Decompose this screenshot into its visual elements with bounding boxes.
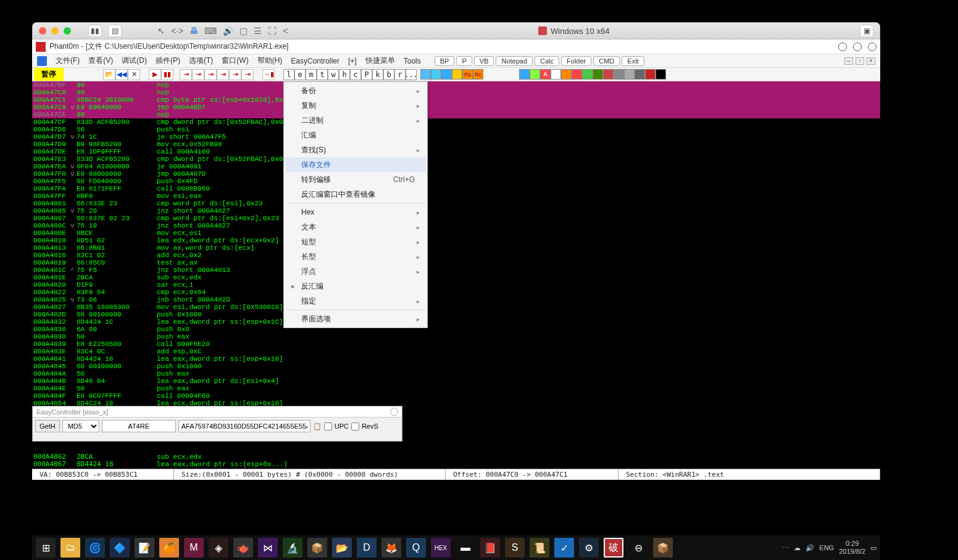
toolbar-letter-k[interactable]: k bbox=[372, 69, 383, 80]
tray-clock[interactable]: 0:29 2019/8/2 bbox=[839, 540, 865, 556]
tray-more-icon[interactable]: ⋯ bbox=[782, 544, 789, 552]
taskbar-app-icon[interactable]: Q bbox=[406, 538, 426, 558]
disasm-row[interactable]: 000A47C1 80BC24 2010000cmp byte ptr ss:[… bbox=[32, 96, 880, 104]
list-icon[interactable]: ☰ bbox=[254, 26, 262, 36]
context-menu-item[interactable]: 文本▸ bbox=[285, 220, 426, 234]
tray-lang[interactable]: ENG bbox=[819, 544, 834, 551]
menu-plugin[interactable]: 插件(P) bbox=[156, 56, 180, 66]
tb-step-icon[interactable]: ⇥ bbox=[192, 69, 204, 80]
disasm-row[interactable]: 000A484F E8 0C07FFFFcall 00094F60 bbox=[32, 392, 880, 400]
revs-checkbox[interactable] bbox=[351, 422, 359, 430]
tb-plugin-icon[interactable]: A bbox=[540, 69, 551, 80]
disasm-row[interactable]: 000A4819 66:85C0test ax,ax bbox=[32, 259, 880, 266]
disasm-row[interactable]: 000A4838 50push eax bbox=[32, 333, 880, 340]
disasm-row[interactable]: 000A4841 8D4424 18lea eax,dword ptr ss:[… bbox=[32, 355, 880, 363]
tb-color-icon[interactable] bbox=[452, 69, 462, 80]
disasm-row[interactable]: 000A47F5 68 FD040000push 0x4FD bbox=[32, 178, 880, 185]
camera-icon[interactable]: ▢ bbox=[240, 26, 248, 36]
disasm-row[interactable]: 000A4805v75 20jnz short 000A4827 bbox=[32, 207, 880, 215]
tb-color-icon[interactable] bbox=[420, 69, 431, 80]
taskbar-app-icon[interactable]: 📜 bbox=[530, 538, 549, 558]
toolbar-letter-t[interactable]: t bbox=[317, 69, 328, 80]
context-menu-item[interactable]: 查找(S)▸ bbox=[285, 142, 426, 157]
disasm-row[interactable]: 000A484E 50push eax bbox=[32, 385, 880, 392]
taskbar-app-icon[interactable]: 📕 bbox=[480, 538, 500, 558]
close-icon[interactable] bbox=[390, 408, 398, 416]
tb-restart-icon[interactable]: ◀◀ bbox=[115, 69, 128, 80]
mdi-close[interactable]: × bbox=[867, 57, 875, 65]
disassembly-view[interactable]: 000A47BF 90nop000A47C0 90nop000A47C1 80B… bbox=[32, 81, 880, 408]
menu-easycontroller[interactable]: EasyController bbox=[291, 57, 339, 65]
context-menu-item[interactable]: 二进制▸ bbox=[285, 113, 426, 128]
toolbar-letter-w[interactable]: w bbox=[328, 69, 339, 80]
context-menu-item[interactable]: 界面选项▸ bbox=[285, 311, 426, 326]
maximize-traffic-light[interactable] bbox=[64, 27, 71, 35]
window-btn[interactable] bbox=[853, 43, 862, 51]
toolbar-letter-h[interactable]: h bbox=[339, 69, 350, 80]
menu-file[interactable]: 文件(F) bbox=[56, 56, 80, 66]
tb-plugin-icon[interactable] bbox=[572, 69, 582, 80]
tb-rc-icon[interactable]: Rc bbox=[473, 69, 483, 80]
menu-options[interactable]: 选项(T) bbox=[189, 56, 213, 66]
tb-pause-icon[interactable]: ▮▮ bbox=[161, 69, 173, 80]
tb-step-icon[interactable]: ⇥ bbox=[241, 69, 254, 80]
tb-plugin-icon[interactable] bbox=[645, 69, 656, 80]
upc-checkbox[interactable] bbox=[324, 422, 332, 430]
copy-icon[interactable]: 📋 bbox=[313, 422, 322, 430]
tb-plugin-icon[interactable] bbox=[614, 69, 624, 80]
tb-plugin-icon[interactable] bbox=[561, 69, 572, 80]
taskbar-app-icon[interactable]: ⚙ bbox=[579, 538, 599, 558]
context-menu-item[interactable]: 浮点▸ bbox=[285, 264, 426, 279]
disasm-row[interactable]: 000A47DE E8 1DF9FFFFcall 000A4100 bbox=[32, 148, 880, 155]
keyboard-icon[interactable]: ⌨ bbox=[204, 26, 217, 36]
taskbar-app-icon[interactable]: 🫖 bbox=[233, 538, 253, 558]
start-button[interactable]: ⊞ bbox=[36, 538, 56, 558]
disasm-row[interactable]: 000A4827 8B35 18005300mov esi,dword ptr … bbox=[32, 303, 880, 311]
tab-cmd[interactable]: CMD bbox=[593, 56, 620, 66]
window-btn[interactable] bbox=[838, 43, 847, 51]
tb-close-icon[interactable]: ✕ bbox=[128, 69, 140, 80]
tb-plugin-icon[interactable] bbox=[530, 69, 540, 80]
disasm-row[interactable]: 000A4845 68 00100000push 0x1000 bbox=[32, 363, 880, 370]
disasm-row[interactable]: 000A480E 8BCEmov ecx,esi bbox=[32, 229, 880, 237]
mac-toolbar-btn[interactable]: ▤ bbox=[108, 25, 122, 37]
disasm-row[interactable]: 000A4801 66:833E 23cmp word ptr ds:[esi]… bbox=[32, 200, 880, 207]
taskbar-app-icon[interactable]: 📦 bbox=[653, 538, 673, 558]
context-menu-item[interactable]: 指定▸ bbox=[285, 294, 426, 308]
tb-plugin-icon[interactable] bbox=[551, 69, 561, 80]
disasm-row[interactable]: 000A47C0 90nop bbox=[32, 89, 880, 96]
toolbar-letter-m[interactable]: m bbox=[306, 69, 317, 80]
tab-p[interactable]: P bbox=[456, 56, 472, 66]
menu-plus[interactable]: [+] bbox=[348, 57, 357, 65]
name-input[interactable] bbox=[102, 420, 176, 432]
menu-quick[interactable]: 快捷菜单 bbox=[365, 56, 395, 66]
cursor-icon[interactable]: ↖ bbox=[157, 26, 165, 36]
tab-vb[interactable]: VB bbox=[474, 56, 494, 66]
tb-color-icon[interactable] bbox=[431, 69, 441, 80]
tab-exit[interactable]: Exit bbox=[622, 56, 644, 66]
taskbar-app-icon[interactable]: 🔬 bbox=[283, 538, 302, 558]
tb-plugin-icon[interactable] bbox=[656, 69, 666, 80]
menu-tools[interactable]: Tools bbox=[404, 57, 421, 65]
disasm-row[interactable]: 000A483E 83C4 0Cadd esp,0xC bbox=[32, 348, 880, 355]
tray-volume-icon[interactable]: 🔊 bbox=[806, 544, 814, 552]
toolbar-letter-...[interactable]: ... bbox=[406, 69, 417, 80]
tray-notifications-icon[interactable]: ▭ bbox=[870, 544, 877, 552]
disasm-row[interactable]: 000A47CE 90nop bbox=[32, 111, 880, 118]
close-traffic-light[interactable] bbox=[39, 27, 46, 35]
tray-cloud-icon[interactable]: ☁ bbox=[794, 544, 801, 552]
disasm-row[interactable]: 000A481C^75 F5jnz short 000A4813 bbox=[32, 266, 880, 274]
window-btn[interactable] bbox=[868, 43, 877, 51]
fullscreen-icon[interactable]: ⛶ bbox=[268, 26, 277, 36]
disasm-row[interactable]: 000A4813 66:8B01mov ax,word ptr ds:[ecx] bbox=[32, 244, 880, 252]
taskbar-app-icon[interactable]: 🍊 bbox=[159, 538, 179, 558]
volume-icon[interactable]: 🔊 bbox=[223, 26, 233, 36]
disasm-row[interactable]: 000A484A 50push eax bbox=[32, 370, 880, 377]
printer-icon[interactable]: 🖶 bbox=[190, 26, 198, 36]
context-menu-item[interactable]: 反汇编窗口中查看镜像 bbox=[285, 187, 426, 202]
tb-plugin-icon[interactable] bbox=[624, 69, 635, 80]
disasm-row[interactable]: 000A47D7v74 1Cje short 000A47F5 bbox=[32, 133, 880, 141]
taskbar-terminal-icon[interactable]: ▬ bbox=[456, 538, 475, 558]
toolbar-letter-b[interactable]: b bbox=[383, 69, 394, 80]
taskbar-hex-icon[interactable]: HEX bbox=[431, 538, 451, 558]
